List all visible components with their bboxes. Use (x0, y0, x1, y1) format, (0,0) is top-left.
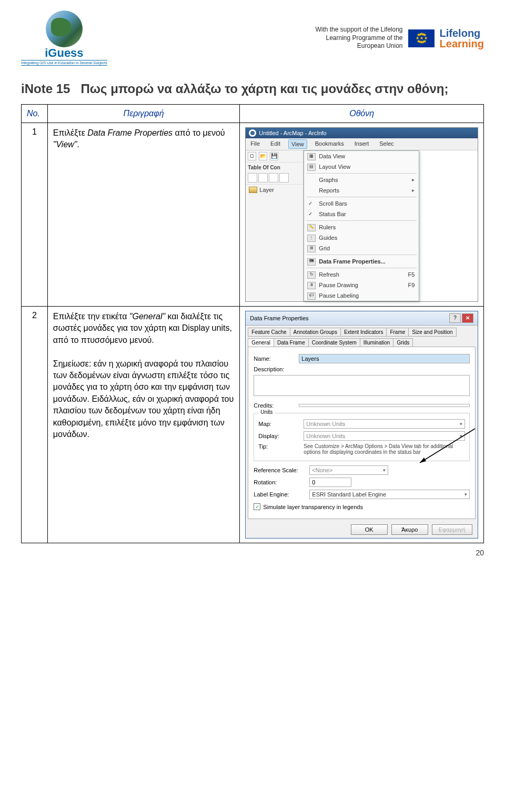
apply-button[interactable]: Εφαρμογή (432, 524, 472, 535)
tab-illumination[interactable]: Illumination (360, 338, 394, 347)
dd-graphs[interactable]: Graphs (304, 175, 419, 185)
engine-dropdown[interactable]: ESRI Standard Label Engine (309, 490, 470, 499)
data-view-icon: ▦ (307, 153, 316, 160)
map-units-row: Map: Unknown Units (258, 419, 465, 429)
refscale-dropdown[interactable]: <None> (309, 465, 388, 475)
tip-label: Tip: (258, 443, 300, 450)
dd-scrollbars[interactable]: Scroll Bars (304, 198, 419, 209)
tab-frame[interactable]: Frame (386, 328, 409, 337)
menu-edit[interactable]: Edit (268, 139, 283, 149)
row1-no: 1 (22, 123, 48, 307)
toc-btn-2[interactable] (258, 173, 268, 182)
save-icon[interactable]: 💾 (270, 152, 278, 160)
refscale-value: <None> (312, 467, 332, 473)
dfp-titlebar: Data Frame Properties ? ✕ (246, 311, 478, 326)
row2-t4: Σημείωσε: εάν η χωρική αναφορά του πλαισ… (53, 358, 235, 441)
desc-textarea[interactable] (254, 375, 470, 396)
dd-grid[interactable]: ⊞Grid (304, 243, 419, 253)
tab-coord-system[interactable]: Coordinate System (308, 338, 360, 347)
display-units-row: Display: Unknown Units (258, 431, 465, 441)
dd-scroll-label: Scroll Bars (319, 200, 347, 207)
menu-bookmarks[interactable]: Bookmarks (312, 139, 347, 149)
dd-reports[interactable]: Reports (304, 185, 419, 196)
dd-separator (306, 197, 417, 197)
toc-label: Table Of Con (246, 163, 303, 171)
dd-status-label: Status Bar (319, 211, 346, 217)
dd-dataframe-properties[interactable]: 🗺Data Frame Properties... (304, 256, 419, 267)
row1-desc: Επιλέξτε Data Frame Properties από το με… (47, 123, 240, 307)
tab-data-frame[interactable]: Data Frame (274, 338, 309, 347)
arcmap-app-icon (249, 129, 256, 137)
dd-data-view[interactable]: ▦Data View (304, 151, 419, 161)
toc-btn-4[interactable] (279, 173, 289, 182)
dd-refresh-key: F5 (408, 271, 415, 278)
ok-button[interactable]: OK (351, 524, 388, 535)
inote-label: iNote 15 (21, 82, 70, 96)
toc-btn-3[interactable] (269, 173, 278, 182)
row1-t2: Data Frame Properties (87, 128, 173, 137)
dd-pause-label-text: Pause Labeling (319, 292, 359, 299)
toc-buttons (246, 171, 303, 185)
credits-row: Credits: (254, 402, 470, 409)
grid-icon: ⊞ (307, 245, 316, 252)
dfp-tabs-row1: Feature Cache Annotation Groups Extent I… (246, 328, 478, 336)
tab-grids[interactable]: Grids (393, 338, 413, 347)
arcmap-title-text: Untitled - ArcMap - ArcInfo (259, 130, 326, 136)
tab-annotation-groups[interactable]: Annotation Groups (290, 328, 341, 337)
display-label: Display: (258, 433, 300, 439)
dd-separator (306, 220, 417, 221)
dfp-window-buttons: ? ✕ (449, 313, 473, 323)
dd-statusbar[interactable]: Status Bar (304, 209, 419, 219)
tab-general[interactable]: General (248, 338, 274, 347)
dd-layout-view[interactable]: ▤Layout View (304, 161, 419, 172)
rotation-input[interactable]: 0 (309, 478, 351, 487)
support-line3: European Union (315, 42, 402, 50)
simulate-checkbox-row: ✓ Simulate layer transparency in legends (254, 503, 470, 510)
desc-label: Description: (254, 366, 296, 372)
display-units-dropdown[interactable]: Unknown Units (304, 431, 465, 441)
name-row: Name: Layers (254, 354, 470, 363)
new-doc-icon[interactable]: 🗋 (248, 152, 256, 160)
page-header: iGuess Integrating GIS Use in Education … (21, 11, 484, 66)
dd-pause-labeling[interactable]: 🏷Pause Labeling (304, 290, 419, 301)
dd-refresh[interactable]: ↻RefreshF5 (304, 269, 419, 280)
menu-insert[interactable]: Insert (352, 139, 372, 149)
row2-t1: Επιλέξτε την ετικέτα (53, 312, 129, 321)
simulate-checkbox[interactable]: ✓ (254, 503, 260, 510)
tab-extent-indicators[interactable]: Extent Indicators (340, 328, 387, 337)
row1-t5: . (77, 140, 79, 149)
page-number: 20 (21, 549, 484, 557)
open-icon[interactable]: 📂 (259, 152, 267, 160)
map-units-dropdown[interactable]: Unknown Units (304, 419, 465, 429)
toc-layer-item[interactable]: Layer (246, 185, 303, 195)
arcmap-toolbar: 🗋 📂 💾 (246, 150, 303, 163)
dd-pause-drawing[interactable]: ⏸Pause DrawingF9 (304, 280, 419, 290)
logo-tagline: Integrating GIS Use in Education in Seve… (21, 60, 107, 66)
menu-view[interactable]: View (288, 139, 307, 149)
engine-row: Label Engine: ESRI Standard Label Engine (254, 490, 470, 499)
pause-icon: ⏸ (307, 282, 316, 289)
menu-selection[interactable]: Selec (377, 139, 397, 149)
row1-t3: από το μενού (173, 128, 225, 137)
tab-size-position[interactable]: Size and Position (408, 328, 456, 337)
refresh-icon: ↻ (307, 271, 316, 279)
dd-rulers[interactable]: 📏Rulers (304, 222, 419, 232)
tab-feature-cache[interactable]: Feature Cache (248, 328, 290, 337)
cancel-button[interactable]: Άκυρο (391, 524, 428, 535)
credits-input[interactable] (299, 404, 470, 407)
help-button[interactable]: ? (449, 313, 461, 323)
inote-question: Πως μπορώ να αλλάξω το χάρτη και τις μον… (80, 82, 448, 96)
close-button[interactable]: ✕ (462, 313, 473, 323)
refscale-label: Reference Scale: (254, 467, 306, 473)
dd-graphs-label: Graphs (319, 177, 338, 183)
simulate-label: Simulate layer transparency in legends (263, 504, 363, 510)
dd-guides[interactable]: ⋮Guides (304, 232, 419, 243)
th-desc: Περιγραφή (47, 105, 240, 123)
display-units-value: Unknown Units (306, 433, 345, 439)
name-input[interactable]: Layers (299, 354, 470, 363)
dd-data-view-label: Data View (319, 153, 345, 159)
row2-t2: "General" (129, 312, 165, 321)
toc-btn-1[interactable] (248, 173, 257, 182)
menu-file[interactable]: File (248, 139, 262, 149)
dfp-dialog: Data Frame Properties ? ✕ Feature Cache … (245, 311, 478, 539)
